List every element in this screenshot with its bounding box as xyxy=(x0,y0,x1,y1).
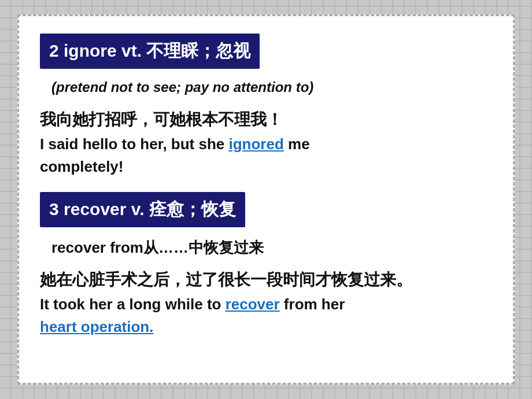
section-ignore: 2 ignore vt. 不理睬；忽视 (pretend not to see;… xyxy=(40,34,492,178)
recover-phrase: recover from从……中恢复过来 xyxy=(40,238,492,258)
heart-operation-link[interactable]: heart operation. xyxy=(40,318,153,335)
chinese-ignore: 我向她打招呼，可她根本不理我！ xyxy=(40,108,492,131)
english-recover-part1: It took her a long while to xyxy=(40,295,226,313)
heading-ignore-text: 2 ignore vt. 不理睬；忽视 xyxy=(49,41,250,60)
heading-ignore: 2 ignore vt. 不理睬；忽视 xyxy=(40,34,260,69)
english-ignore-line2: completely! xyxy=(40,158,124,175)
english-ignore-part2: me xyxy=(284,135,310,153)
recover-link[interactable]: recover xyxy=(226,295,280,313)
heading-recover: 3 recover v. 痊愈；恢复 xyxy=(40,192,245,227)
section-recover: 3 recover v. 痊愈；恢复 recover from从……中恢复过来 … xyxy=(40,192,492,338)
english-recover-part2: from her xyxy=(280,295,345,313)
ignored-link[interactable]: ignored xyxy=(229,135,284,153)
subtext-ignore: (pretend not to see; pay no attention to… xyxy=(40,79,492,95)
chinese-recover: 她在心脏手术之后，过了很长一段时间才恢复过来。 xyxy=(40,268,492,291)
english-ignore-part1: I said hello to her, but she xyxy=(40,135,229,153)
english-recover: It took her a long while to recover from… xyxy=(40,293,492,338)
english-ignore: I said hello to her, but she ignored me … xyxy=(40,133,492,178)
heading-recover-text: 3 recover v. 痊愈；恢复 xyxy=(49,200,236,219)
slide: 2 ignore vt. 不理睬；忽视 (pretend not to see;… xyxy=(17,14,515,385)
